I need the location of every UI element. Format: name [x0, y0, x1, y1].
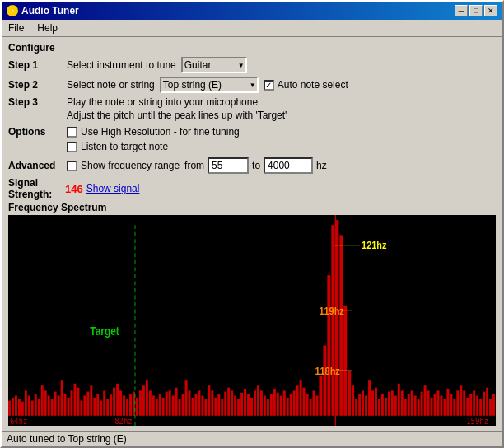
svg-rect-7: [25, 390, 27, 415]
high-res-checkbox[interactable]: [67, 127, 77, 138]
svg-rect-56: [185, 380, 188, 416]
svg-rect-95: [313, 390, 315, 415]
minimize-button[interactable]: ─: [455, 5, 468, 16]
maximize-button[interactable]: □: [469, 5, 483, 16]
instrument-select[interactable]: Guitar Bass Violin Ukulele: [181, 57, 247, 73]
svg-rect-104: [348, 371, 351, 416]
svg-rect-100: [331, 225, 334, 416]
svg-rect-83: [273, 389, 276, 416]
svg-rect-14: [48, 395, 50, 415]
svg-rect-23: [77, 388, 79, 416]
auto-note-checkbox[interactable]: [264, 80, 274, 91]
spectrum-svg: Target 121hz 119hz 118hz 64hz 82hz 159hz: [8, 215, 496, 426]
step3-text: Play the note or string into your microp…: [67, 96, 258, 108]
svg-rect-18: [61, 380, 63, 416]
step1-text: Select instrument to tune: [67, 59, 176, 71]
note-select[interactable]: Top string (E) A string D string G strin…: [160, 77, 259, 93]
svg-text:118hz: 118hz: [315, 365, 339, 377]
svg-rect-117: [391, 390, 394, 415]
svg-rect-120: [401, 390, 404, 415]
step2-label: Step 2: [8, 79, 62, 91]
signal-row: Signal Strength: 146 Show signal: [8, 177, 496, 200]
freq-from-input[interactable]: [208, 157, 249, 174]
option2-label: Listen to target note: [81, 141, 168, 152]
svg-rect-113: [378, 399, 380, 416]
spectrum-label: Frequency Spectrum: [8, 202, 496, 213]
svg-rect-111: [371, 390, 374, 415]
svg-rect-71: [234, 395, 236, 415]
svg-rect-89: [293, 390, 296, 415]
svg-rect-86: [283, 390, 286, 415]
svg-rect-143: [476, 395, 478, 415]
svg-rect-127: [424, 385, 427, 416]
svg-rect-140: [466, 398, 469, 416]
svg-rect-54: [179, 399, 181, 416]
svg-rect-65: [214, 398, 217, 416]
svg-rect-138: [460, 385, 462, 416]
svg-rect-119: [398, 384, 400, 416]
svg-rect-52: [172, 395, 175, 415]
svg-rect-98: [323, 345, 326, 415]
svg-rect-47: [156, 399, 158, 416]
svg-rect-82: [270, 394, 273, 416]
svg-rect-112: [375, 388, 377, 416]
svg-rect-49: [162, 398, 165, 416]
svg-rect-124: [414, 395, 417, 415]
freq-from-label: from: [184, 160, 204, 171]
svg-rect-15: [51, 399, 54, 416]
svg-rect-118: [394, 395, 397, 415]
svg-rect-94: [310, 399, 312, 416]
svg-rect-72: [237, 399, 240, 416]
svg-rect-31: [103, 390, 105, 415]
advanced-row: Advanced Show frequency range from to hz: [8, 157, 496, 174]
svg-rect-27: [90, 385, 92, 416]
svg-rect-16: [54, 392, 57, 416]
step3-row: Step 3 Play the note or string into your…: [8, 96, 496, 108]
svg-rect-6: [21, 402, 24, 416]
show-freq-label: Show frequency range: [81, 160, 180, 171]
step3-label: Step 3: [8, 96, 62, 108]
freq-to-input[interactable]: [264, 157, 313, 174]
listen-target-checkbox[interactable]: [67, 142, 77, 152]
svg-rect-147: [489, 399, 492, 416]
close-button[interactable]: ✕: [484, 5, 497, 16]
menu-file[interactable]: File: [5, 21, 27, 35]
svg-rect-91: [300, 380, 302, 416]
status-text: Auto tuned to Top string (E): [7, 433, 127, 445]
svg-rect-144: [479, 399, 482, 416]
svg-rect-38: [126, 399, 128, 416]
svg-rect-85: [280, 395, 282, 415]
show-signal-link[interactable]: Show signal: [86, 183, 140, 194]
svg-rect-9: [31, 401, 34, 416]
svg-rect-69: [227, 388, 230, 416]
svg-rect-135: [450, 394, 452, 416]
svg-rect-121: [404, 399, 407, 416]
step3-hint: Adjust the pitch until the peak lines up…: [67, 110, 287, 121]
svg-rect-61: [201, 395, 203, 415]
svg-rect-106: [355, 399, 357, 416]
svg-rect-55: [182, 394, 184, 416]
show-freq-checkbox[interactable]: [67, 161, 77, 171]
menu-help[interactable]: Help: [34, 21, 61, 35]
svg-rect-67: [221, 399, 223, 416]
instrument-select-wrapper[interactable]: Guitar Bass Violin Ukulele: [181, 57, 247, 73]
svg-rect-109: [365, 395, 367, 415]
window-title: Audio Tuner: [21, 5, 79, 16]
svg-rect-2: [8, 401, 11, 416]
svg-rect-74: [244, 389, 246, 416]
svg-rect-101: [335, 220, 338, 416]
svg-rect-139: [463, 390, 465, 415]
svg-rect-126: [421, 392, 423, 416]
svg-rect-79: [260, 390, 263, 415]
svg-rect-137: [456, 390, 459, 415]
svg-rect-81: [267, 399, 269, 416]
svg-rect-45: [149, 390, 152, 415]
svg-rect-128: [427, 390, 430, 415]
title-bar: ♪ Audio Tuner ─ □ ✕: [2, 2, 502, 20]
freq-unit: hz: [316, 160, 327, 171]
app-icon: ♪: [7, 5, 18, 16]
note-select-wrapper[interactable]: Top string (E) A string D string G strin…: [160, 77, 259, 93]
svg-rect-123: [411, 390, 413, 415]
svg-rect-25: [83, 395, 86, 415]
svg-rect-136: [453, 399, 455, 416]
